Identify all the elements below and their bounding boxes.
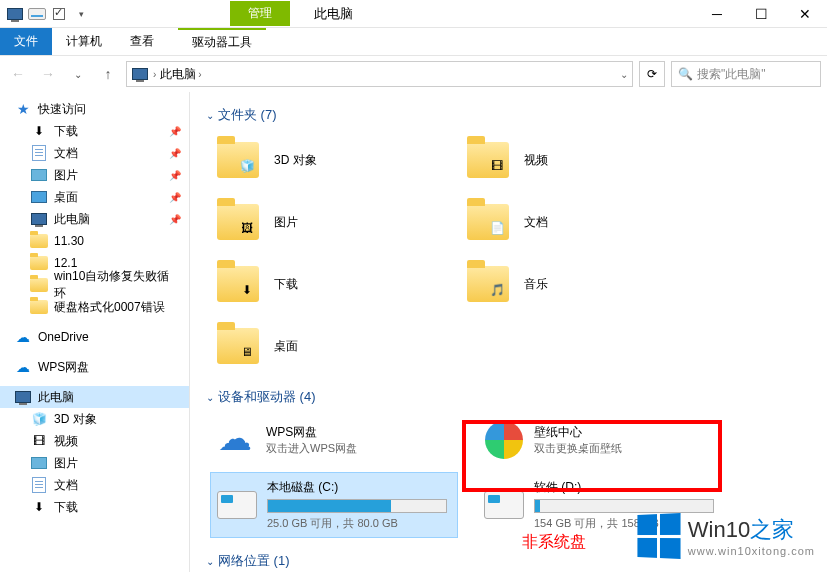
ribbon-tab-computer[interactable]: 计算机 [52, 28, 116, 55]
sidebar-thispc[interactable]: 此电脑 [0, 386, 189, 408]
3d-icon: 🧊 [237, 156, 257, 176]
watermark-brand: Win10之家 [688, 515, 815, 545]
nav-forward-button[interactable]: → [36, 62, 60, 86]
sidebar-item-label: 桌面 [54, 189, 78, 206]
sidebar-item-downloads[interactable]: ⬇下载📌 [0, 120, 189, 142]
pin-icon: 📌 [169, 148, 181, 159]
sidebar-item-desktop[interactable]: 桌面📌 [0, 186, 189, 208]
pc-icon [30, 210, 48, 228]
annotation-text: 非系统盘 [522, 532, 586, 553]
sidebar-item-thispc[interactable]: 此电脑📌 [0, 208, 189, 230]
maximize-button[interactable]: ☐ [739, 0, 783, 28]
navigation-pane: ★ 快速访问 ⬇下载📌 文档📌 图片📌 桌面📌 此电脑📌 11.30 12.1 … [0, 92, 190, 572]
qat-dropdown[interactable]: ▾ [72, 5, 90, 23]
window-title: 此电脑 [314, 5, 353, 23]
sidebar-item-folder[interactable]: win10自动修复失败循环 [0, 274, 189, 296]
nav-back-button[interactable]: ← [6, 62, 30, 86]
sidebar-item-label: 下载 [54, 499, 78, 516]
sidebar-item-documents[interactable]: 文档📌 [0, 142, 189, 164]
tile-label: 桌面 [274, 338, 298, 355]
sidebar-item-label: 3D 对象 [54, 411, 97, 428]
tile-label: 视频 [524, 152, 548, 169]
sidebar-wps[interactable]: ☁WPS网盘 [0, 356, 189, 378]
sidebar-item-label: 文档 [54, 477, 78, 494]
ribbon-tab-file[interactable]: 文件 [0, 28, 52, 55]
sidebar-item-label: 图片 [54, 455, 78, 472]
drive-usage-bar [267, 499, 447, 513]
address-bar[interactable]: › 此电脑 › ⌄ [126, 61, 633, 87]
sidebar-item-downloads[interactable]: ⬇下载 [0, 496, 189, 518]
address-toolbar: ← → ⌄ ↑ › 此电脑 › ⌄ ⟳ 🔍 搜索"此电脑" [0, 56, 827, 92]
folder-tile-desktop[interactable]: 🖥桌面 [210, 318, 440, 374]
tile-label: 下载 [274, 276, 298, 293]
folder-tile-3d[interactable]: 🧊3D 对象 [210, 132, 440, 188]
qat-item[interactable] [28, 5, 46, 23]
tile-label: 文档 [524, 214, 548, 231]
drive-tile-wps[interactable]: WPS网盘双击进入WPS网盘 [210, 414, 458, 466]
folder-icon [30, 254, 48, 272]
sidebar-item-video[interactable]: 🎞视频 [0, 430, 189, 452]
qat-checkbox[interactable] [50, 5, 68, 23]
sidebar-item-folder[interactable]: 11.30 [0, 230, 189, 252]
download-icon: ⬇ [30, 498, 48, 516]
minimize-button[interactable]: ─ [695, 0, 739, 28]
contextual-tab-manage[interactable]: 管理 [230, 1, 290, 26]
search-input[interactable]: 🔍 搜索"此电脑" [671, 61, 821, 87]
section-header-folders[interactable]: ⌄ 文件夹 (7) [190, 102, 827, 128]
folder-tile-video[interactable]: 🎞视频 [460, 132, 690, 188]
drive-tile-wallpaper[interactable]: 壁纸中心双击更换桌面壁纸 [478, 414, 726, 466]
refresh-button[interactable]: ⟳ [639, 61, 665, 87]
tile-label: 壁纸中心 [534, 424, 720, 441]
drive-icon [484, 491, 524, 519]
windows-logo-icon [637, 513, 680, 559]
sidebar-item-label: 视频 [54, 433, 78, 450]
pin-icon: 📌 [169, 192, 181, 203]
sidebar-item-folder[interactable]: 硬盘格式化0007错误 [0, 296, 189, 318]
drive-tile-c[interactable]: 本地磁盘 (C:) 25.0 GB 可用，共 80.0 GB [210, 472, 458, 538]
tile-label: 3D 对象 [274, 152, 317, 169]
chevron-down-icon: ⌄ [206, 110, 214, 121]
breadcrumb-label: 此电脑 [160, 66, 196, 83]
window-controls: ─ ☐ ✕ [695, 0, 827, 28]
sidebar-label: WPS网盘 [38, 359, 89, 376]
cloud-icon: ☁ [14, 328, 32, 346]
folder-tile-downloads[interactable]: ⬇下载 [210, 256, 440, 312]
nav-recent-dropdown[interactable]: ⌄ [66, 62, 90, 86]
folder-tile-music[interactable]: 🎵音乐 [460, 256, 690, 312]
video-icon: 🎞 [487, 156, 507, 176]
pc-icon [6, 5, 24, 23]
address-dropdown[interactable]: ⌄ [620, 69, 628, 80]
sidebar-item-3d[interactable]: 🧊3D 对象 [0, 408, 189, 430]
folder-tile-pictures[interactable]: 🖼图片 [210, 194, 440, 250]
section-title: 设备和驱动器 (4) [218, 388, 316, 406]
folder-icon [30, 232, 48, 250]
pin-icon: 📌 [169, 214, 181, 225]
section-header-drives[interactable]: ⌄ 设备和驱动器 (4) [190, 384, 827, 410]
drive-info: 25.0 GB 可用，共 80.0 GB [267, 516, 451, 531]
main-area: ★ 快速访问 ⬇下载📌 文档📌 图片📌 桌面📌 此电脑📌 11.30 12.1 … [0, 92, 827, 572]
sidebar-item-label: 图片 [54, 167, 78, 184]
ribbon-tab-drive-tools[interactable]: 驱动器工具 [178, 28, 266, 55]
sidebar-item-pictures[interactable]: 图片 [0, 452, 189, 474]
folder-tile-documents[interactable]: 📄文档 [460, 194, 690, 250]
search-icon: 🔍 [678, 67, 693, 81]
ribbon-tab-view[interactable]: 查看 [116, 28, 168, 55]
sidebar-item-pictures[interactable]: 图片📌 [0, 164, 189, 186]
sidebar-item-documents[interactable]: 文档 [0, 474, 189, 496]
chevron-right-icon: › [153, 69, 156, 80]
breadcrumb-segment[interactable]: 此电脑 › [160, 66, 201, 83]
nav-up-button[interactable]: ↑ [96, 62, 120, 86]
doc-icon [30, 476, 48, 494]
watermark-url: www.win10xitong.com [688, 545, 815, 557]
desktop-icon: 🖥 [237, 342, 257, 362]
sidebar-quick-access[interactable]: ★ 快速访问 [0, 98, 189, 120]
sidebar-onedrive[interactable]: ☁OneDrive [0, 326, 189, 348]
sidebar-label: 此电脑 [38, 389, 74, 406]
pc-icon [14, 388, 32, 406]
download-icon: ⬇ [237, 280, 257, 300]
drive-usage-bar [534, 499, 714, 513]
close-button[interactable]: ✕ [783, 0, 827, 28]
star-icon: ★ [14, 100, 32, 118]
download-icon: ⬇ [30, 122, 48, 140]
pic-icon: 🖼 [237, 218, 257, 238]
